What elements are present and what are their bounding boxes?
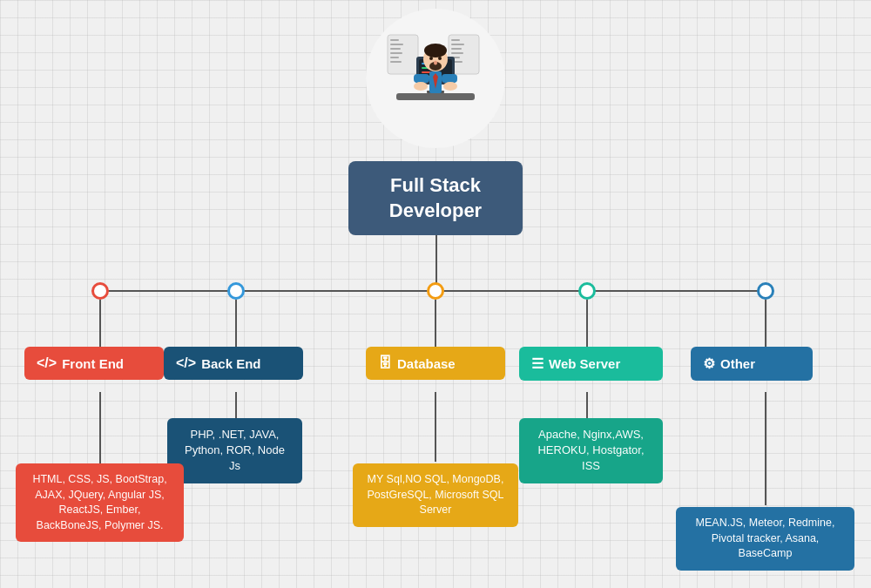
svg-rect-31 [414, 74, 429, 83]
category-frontend: </> Front End [24, 347, 164, 380]
main-title: Full Stack Developer [348, 161, 523, 235]
database-icon: 🗄 [378, 355, 392, 371]
other-detail: MEAN.JS, Meteor, Redmine, Pivotal tracke… [676, 507, 854, 571]
svg-point-27 [438, 57, 442, 60]
vert-detail-backend [235, 392, 237, 418]
database-detail: MY Sql,NO SQL, MongoDB, PostGreSQL, Micr… [353, 463, 518, 527]
frontend-detail: HTML, CSS, JS, BootStrap, AJAX, JQuery, … [16, 463, 184, 542]
svg-rect-10 [390, 48, 401, 50]
developer-illustration [375, 17, 496, 139]
vert-detail-other [765, 392, 766, 462]
diagram-container: Full Stack Developer </> Front End </> B… [0, 0, 871, 588]
webserver-icon: ☰ [531, 355, 544, 372]
vert-detail-frontend [99, 392, 101, 462]
category-other: ⚙ Other [691, 347, 813, 381]
svg-point-33 [414, 82, 428, 91]
vert-line-frontend [99, 300, 101, 350]
svg-rect-22 [396, 93, 475, 100]
node-database [427, 282, 444, 300]
figure-circle [366, 9, 505, 148]
vert-detail2-database [435, 392, 436, 462]
category-database: 🗄 Database [366, 347, 505, 380]
svg-point-34 [443, 82, 457, 91]
other-icon: ⚙ [703, 355, 715, 372]
vert-line-other [765, 300, 766, 350]
svg-rect-9 [390, 44, 403, 45]
svg-rect-11 [390, 52, 402, 54]
svg-rect-1 [451, 39, 460, 41]
vert-detail-webserver [586, 392, 588, 418]
svg-rect-12 [390, 57, 399, 58]
vert-line-database [435, 300, 436, 350]
vert-line-webserver [586, 300, 588, 350]
backend-icon: </> [176, 355, 196, 371]
svg-point-28 [434, 61, 437, 65]
svg-rect-4 [451, 52, 463, 54]
svg-point-26 [429, 57, 433, 60]
node-webserver [578, 282, 596, 300]
frontend-icon: </> [37, 355, 57, 371]
developer-figure [357, 9, 514, 148]
webserver-detail-upper: Apache, Nginx,AWS, HEROKU, Hostgator, IS… [519, 418, 663, 483]
svg-rect-32 [442, 74, 457, 83]
svg-rect-8 [390, 39, 399, 41]
vert-line-backend [235, 300, 237, 350]
category-webserver: ☰ Web Server [519, 347, 663, 381]
node-frontend [91, 282, 109, 300]
vert-detail2-other [765, 462, 766, 505]
node-backend [227, 282, 245, 300]
svg-rect-2 [451, 44, 464, 45]
node-other [757, 282, 774, 300]
svg-rect-13 [390, 61, 402, 63]
backend-detail-upper: PHP, .NET, JAVA, Python, ROR, Node Js [167, 418, 302, 483]
svg-point-24 [424, 44, 447, 57]
category-backend: </> Back End [164, 347, 303, 380]
svg-rect-3 [451, 48, 462, 50]
